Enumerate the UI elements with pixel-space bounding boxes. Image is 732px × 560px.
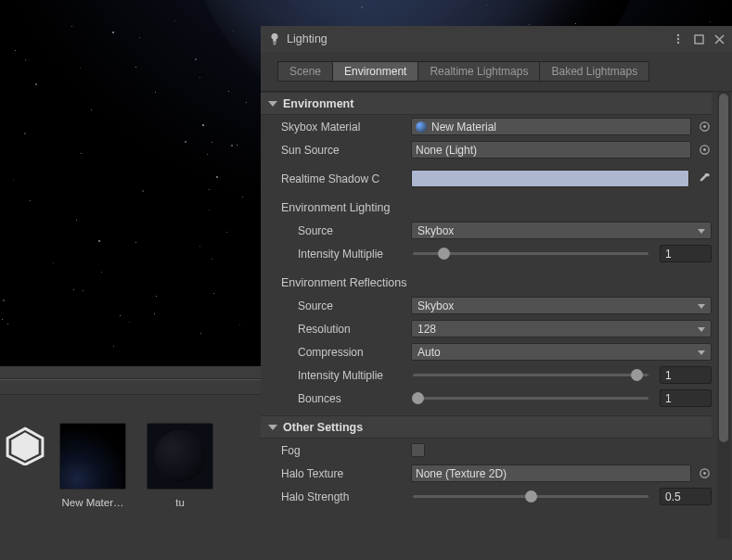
reflection-bounces-slider[interactable] — [411, 389, 650, 407]
field-value: None (Texture 2D) — [416, 467, 507, 480]
halo-strength-slider[interactable] — [411, 488, 650, 505]
reflection-intensity-value[interactable]: 1 — [660, 366, 712, 384]
subheading-env-lighting: Environment Lighting — [261, 196, 712, 219]
asset-label: tu — [143, 497, 217, 508]
halo-texture-field[interactable]: None (Texture 2D) — [411, 465, 691, 482]
field-value: Skybox — [417, 224, 454, 237]
svg-point-11 — [703, 472, 706, 475]
object-picker-icon[interactable] — [697, 120, 712, 134]
svg-point-3 — [677, 38, 679, 40]
object-picker-icon[interactable] — [697, 143, 712, 158]
material-icon — [416, 121, 427, 133]
sun-source-field[interactable]: None (Light) — [411, 141, 691, 159]
lighting-intensity-value[interactable]: 1 — [660, 245, 712, 262]
tab-environment[interactable]: Environment — [332, 61, 417, 82]
field-label: Compression — [298, 346, 411, 359]
field-value: None (Light) — [416, 144, 477, 157]
field-value: 128 — [417, 323, 436, 336]
field-label: Source — [298, 224, 411, 237]
svg-point-2 — [677, 34, 679, 36]
field-label: Sun Source — [281, 144, 411, 157]
scrollbar-thumb[interactable] — [719, 94, 728, 442]
reflection-bounces-value[interactable]: 1 — [660, 389, 712, 407]
section-other-settings[interactable]: Other Settings — [261, 415, 712, 439]
tab-realtime-lightmaps[interactable]: Realtime Lightmaps — [417, 61, 539, 82]
halo-strength-value[interactable]: 0.5 — [660, 488, 712, 505]
tab-scene[interactable]: Scene — [277, 61, 332, 82]
asset-label: New Mater… — [56, 497, 130, 508]
unity-logo — [6, 423, 43, 468]
foldout-icon — [268, 425, 277, 430]
field-label: Realtime Shadow C — [281, 172, 411, 185]
section-label: Other Settings — [283, 421, 363, 434]
section-environment[interactable]: Environment — [261, 92, 712, 115]
field-label: Bounces — [298, 392, 411, 405]
vertical-scrollbar[interactable] — [717, 92, 730, 539]
skybox-material-field[interactable]: New Material — [411, 118, 691, 135]
object-picker-icon[interactable] — [697, 466, 712, 481]
fog-checkbox[interactable] — [411, 443, 425, 457]
field-label: Skybox Material — [281, 121, 411, 134]
field-label: Fog — [281, 444, 411, 457]
reflection-source-dropdown[interactable]: Skybox — [411, 297, 712, 314]
subheading-env-reflections: Environment Reflections — [261, 271, 712, 294]
reflection-compression-dropdown[interactable]: Auto — [411, 343, 712, 361]
field-label: Halo Strength — [281, 490, 411, 503]
field-value: New Material — [431, 121, 496, 134]
field-label: Source — [298, 299, 411, 312]
material-thumbnail — [147, 423, 213, 490]
panel-titlebar[interactable]: Lighting — [261, 26, 732, 52]
svg-marker-1 — [11, 432, 38, 461]
lighting-panel: Lighting SceneEnvironmentRealtime Lightm… — [261, 26, 732, 539]
lighting-source-dropdown[interactable]: Skybox — [411, 222, 712, 239]
eyedropper-icon[interactable] — [697, 172, 712, 186]
field-label: Resolution — [298, 323, 411, 336]
kebab-icon[interactable] — [671, 32, 686, 46]
foldout-icon — [268, 101, 277, 107]
field-label: Halo Texture — [281, 467, 411, 480]
asset-item[interactable]: New Mater… — [56, 423, 130, 508]
svg-rect-5 — [695, 35, 703, 44]
section-label: Environment — [283, 97, 353, 110]
tab-bar: SceneEnvironmentRealtime LightmapsBaked … — [261, 52, 732, 92]
lightbulb-icon — [268, 32, 281, 45]
asset-item[interactable]: tu — [143, 423, 217, 508]
maximize-icon[interactable] — [691, 32, 706, 46]
lighting-intensity-slider[interactable] — [411, 245, 650, 262]
field-label: Intensity Multiplie — [298, 369, 411, 382]
panel-title: Lighting — [287, 32, 327, 45]
close-icon[interactable] — [712, 32, 726, 46]
svg-point-4 — [677, 42, 679, 44]
reflection-resolution-dropdown[interactable]: 128 — [411, 320, 712, 337]
svg-point-9 — [703, 148, 706, 151]
svg-point-7 — [703, 125, 706, 128]
reflection-intensity-slider[interactable] — [411, 366, 650, 384]
material-thumbnail — [59, 423, 126, 490]
field-label: Intensity Multiplie — [298, 248, 411, 261]
field-value: Skybox — [417, 299, 454, 312]
panel-scroll: Environment Skybox Material New Material… — [261, 92, 732, 539]
field-value: Auto — [417, 346, 441, 359]
tab-baked-lightmaps[interactable]: Baked Lightmaps — [539, 61, 649, 82]
shadow-color-field[interactable] — [411, 170, 689, 187]
